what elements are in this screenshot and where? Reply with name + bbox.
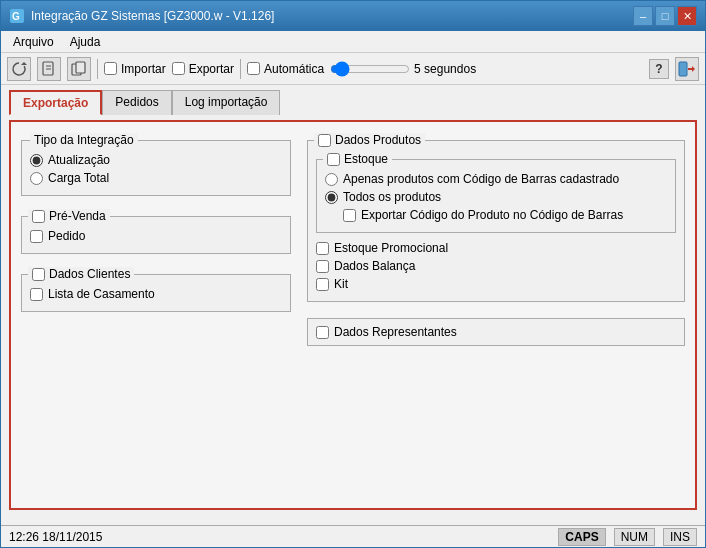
pre-venda-checkbox[interactable]: [32, 210, 45, 223]
toolbar-btn-2[interactable]: [37, 57, 61, 81]
tab-log[interactable]: Log importação: [172, 90, 281, 115]
radio-atualizacao-row: Atualização: [30, 151, 282, 169]
dados-produtos-title-container: Dados Produtos: [314, 133, 425, 147]
radio-apenas-produtos[interactable]: [325, 173, 338, 186]
toolbar: Importar Exportar Automática 5 segundos …: [1, 53, 705, 85]
exportar-cod-checkbox[interactable]: [343, 209, 356, 222]
dados-balanca-label: Dados Balança: [334, 259, 415, 273]
toolbar-btn-1[interactable]: [7, 57, 31, 81]
minimize-button[interactable]: –: [633, 6, 653, 26]
dados-rep-group: Dados Representantes: [307, 318, 685, 346]
importar-group: Importar: [104, 62, 166, 76]
dados-rep-checkbox[interactable]: [316, 326, 329, 339]
num-badge: NUM: [614, 528, 655, 546]
status-bar: 12:26 18/11/2015 CAPS NUM INS: [1, 525, 705, 547]
radio-carga-total[interactable]: [30, 172, 43, 185]
dados-produtos-group: Dados Produtos Estoque Apenas produtos c…: [307, 140, 685, 302]
pre-venda-label: Pré-Venda: [49, 209, 106, 223]
tab-log-label: Log importação: [185, 95, 268, 109]
tabs-container: Exportação Pedidos Log importação: [1, 85, 705, 114]
estoque-title-container: Estoque: [323, 152, 392, 166]
app-icon: G: [9, 8, 25, 24]
segundos-label: 5 segundos: [414, 62, 476, 76]
dados-balanca-checkbox[interactable]: [316, 260, 329, 273]
dados-clientes-checkbox[interactable]: [32, 268, 45, 281]
importar-checkbox[interactable]: [104, 62, 117, 75]
timer-slider[interactable]: [330, 61, 410, 77]
status-badges: CAPS NUM INS: [558, 528, 697, 546]
estoque-promo-row: Estoque Promocional: [316, 239, 676, 257]
copy-icon: [71, 61, 87, 77]
dados-clientes-title-container: Dados Clientes: [28, 267, 134, 281]
radio-atualizacao[interactable]: [30, 154, 43, 167]
lista-casamento-checkbox[interactable]: [30, 288, 43, 301]
title-bar: G Integração GZ Sistemas [GZ3000.w - V1.…: [1, 1, 705, 31]
title-controls: – □ ✕: [633, 6, 697, 26]
tab-pedidos[interactable]: Pedidos: [102, 90, 171, 115]
menu-arquivo[interactable]: Arquivo: [5, 33, 62, 51]
radio-todos-produtos[interactable]: [325, 191, 338, 204]
exit-icon: [678, 61, 696, 77]
svg-rect-7: [76, 62, 85, 73]
todos-produtos-row: Todos os produtos: [325, 188, 667, 206]
menu-ajuda[interactable]: Ajuda: [62, 33, 109, 51]
estoque-label: Estoque: [344, 152, 388, 166]
toolbar-sep-2: [240, 59, 241, 79]
kit-label: Kit: [334, 277, 348, 291]
apenas-produtos-label: Apenas produtos com Código de Barras cad…: [343, 172, 619, 186]
caps-badge: CAPS: [558, 528, 605, 546]
window-title: Integração GZ Sistemas [GZ3000.w - V1.12…: [31, 9, 274, 23]
tab-exportacao-label: Exportação: [23, 96, 88, 110]
tab-exportacao[interactable]: Exportação: [9, 90, 102, 115]
main-window: G Integração GZ Sistemas [GZ3000.w - V1.…: [0, 0, 706, 548]
help-button[interactable]: ?: [649, 59, 669, 79]
tipo-integracao-title: Tipo da Integração: [30, 133, 138, 147]
automatica-group: Automática: [247, 62, 324, 76]
toolbar-btn-3[interactable]: [67, 57, 91, 81]
close-button[interactable]: ✕: [677, 6, 697, 26]
dados-clientes-label: Dados Clientes: [49, 267, 130, 281]
dados-balanca-row: Dados Balança: [316, 257, 676, 275]
svg-marker-10: [692, 66, 695, 72]
exportar-cod-row: Exportar Código do Produto no Código de …: [343, 206, 667, 224]
radio-atualizacao-label: Atualização: [48, 153, 110, 167]
menu-bar: Arquivo Ajuda: [1, 31, 705, 53]
file-icon: [41, 61, 57, 77]
lista-casamento-label: Lista de Casamento: [48, 287, 155, 301]
automatica-checkbox[interactable]: [247, 62, 260, 75]
exportar-cod-label: Exportar Código do Produto no Código de …: [361, 208, 623, 222]
exit-button[interactable]: [675, 57, 699, 81]
dados-produtos-checkbox[interactable]: [318, 134, 331, 147]
tipo-integracao-group: Tipo da Integração Atualização Carga Tot…: [21, 140, 291, 196]
dados-rep-label: Dados Representantes: [334, 325, 457, 339]
kit-row: Kit: [316, 275, 676, 293]
tab-pedidos-label: Pedidos: [115, 95, 158, 109]
content-area: Arquivo Ajuda: [1, 31, 705, 547]
svg-rect-8: [679, 62, 687, 76]
estoque-promo-checkbox[interactable]: [316, 242, 329, 255]
main-content: Tipo da Integração Atualização Carga Tot…: [1, 114, 705, 525]
left-column: Tipo da Integração Atualização Carga Tot…: [21, 132, 291, 498]
pedido-checkbox[interactable]: [30, 230, 43, 243]
pedido-row: Pedido: [30, 227, 282, 245]
radio-carga-label: Carga Total: [48, 171, 109, 185]
svg-marker-2: [21, 62, 27, 65]
automatica-label: Automática: [264, 62, 324, 76]
pre-venda-group: Pré-Venda Pedido: [21, 216, 291, 254]
kit-checkbox[interactable]: [316, 278, 329, 291]
slider-group: 5 segundos: [330, 61, 643, 77]
refresh-icon: [11, 61, 27, 77]
estoque-promo-label: Estoque Promocional: [334, 241, 448, 255]
dados-clientes-group: Dados Clientes Lista de Casamento: [21, 274, 291, 312]
lista-casamento-row: Lista de Casamento: [30, 285, 282, 303]
exportar-checkbox[interactable]: [172, 62, 185, 75]
exportar-label: Exportar: [189, 62, 234, 76]
estoque-group: Estoque Apenas produtos com Código de Ba…: [316, 159, 676, 233]
datetime-label: 12:26 18/11/2015: [9, 530, 102, 544]
estoque-checkbox[interactable]: [327, 153, 340, 166]
pre-venda-title-container: Pré-Venda: [28, 209, 110, 223]
toolbar-sep-1: [97, 59, 98, 79]
apenas-produtos-row: Apenas produtos com Código de Barras cad…: [325, 170, 667, 188]
maximize-button[interactable]: □: [655, 6, 675, 26]
right-column: Dados Produtos Estoque Apenas produtos c…: [307, 132, 685, 498]
